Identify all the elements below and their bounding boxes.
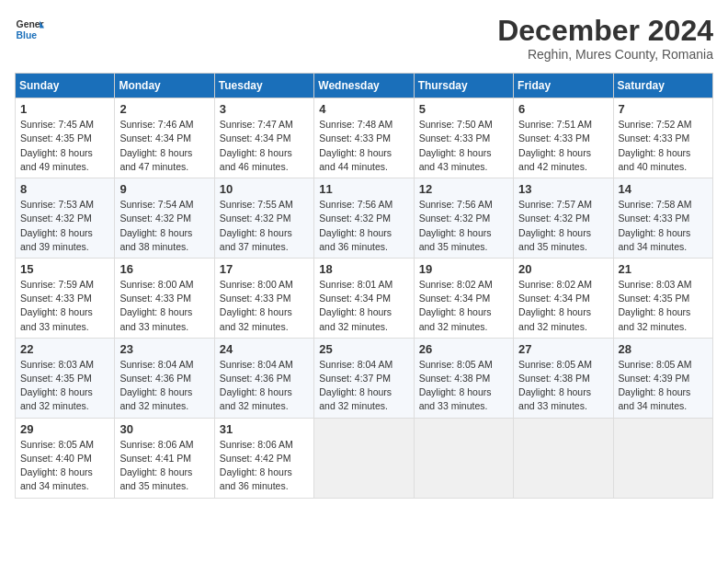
sunrise-label: Sunrise: 8:06 AM [119, 439, 193, 450]
day-info: Sunrise: 7:55 AM Sunset: 4:32 PM Dayligh… [220, 198, 309, 254]
calendar-week-row: 22 Sunrise: 8:03 AM Sunset: 4:35 PM Dayl… [16, 338, 713, 418]
daylight-label: Daylight: 8 hours and 32 minutes. [220, 306, 292, 331]
day-number: 13 [518, 182, 608, 196]
sunrise-label: Sunrise: 7:52 AM [619, 119, 692, 130]
daylight-label: Daylight: 8 hours and 35 minutes. [419, 227, 492, 252]
day-info: Sunrise: 7:46 AM Sunset: 4:34 PM Dayligh… [119, 118, 209, 174]
day-number: 3 [220, 102, 309, 116]
col-friday: Friday [514, 74, 613, 98]
sunset-label: Sunset: 4:37 PM [319, 373, 391, 384]
day-info: Sunrise: 7:47 AM Sunset: 4:34 PM Dayligh… [220, 118, 309, 174]
sunset-label: Sunset: 4:33 PM [518, 132, 590, 144]
sunset-label: Sunset: 4:33 PM [319, 132, 391, 144]
day-number: 19 [419, 262, 508, 276]
sunset-label: Sunset: 4:32 PM [518, 213, 590, 224]
daylight-label: Daylight: 8 hours and 37 minutes. [220, 227, 292, 252]
sunrise-label: Sunrise: 8:03 AM [20, 359, 94, 370]
calendar-cell-day-25: 25 Sunrise: 8:04 AM Sunset: 4:37 PM Dayl… [314, 338, 414, 418]
calendar-cell-day-5: 5 Sunrise: 7:50 AM Sunset: 4:33 PM Dayli… [414, 98, 513, 178]
logo: General Blue [15, 15, 44, 44]
day-info: Sunrise: 7:53 AM Sunset: 4:32 PM Dayligh… [20, 198, 109, 254]
day-info: Sunrise: 8:04 AM Sunset: 4:36 PM Dayligh… [220, 358, 309, 414]
day-number: 29 [20, 422, 109, 436]
daylight-label: Daylight: 8 hours and 32 minutes. [220, 386, 292, 411]
day-number: 20 [518, 262, 608, 276]
day-info: Sunrise: 7:52 AM Sunset: 4:33 PM Dayligh… [619, 118, 708, 174]
sunset-label: Sunset: 4:32 PM [220, 213, 291, 224]
calendar-cell-day-2: 2 Sunrise: 7:46 AM Sunset: 4:34 PM Dayli… [115, 98, 214, 178]
sunrise-label: Sunrise: 7:46 AM [119, 119, 193, 130]
sunrise-label: Sunrise: 7:50 AM [419, 119, 493, 130]
sunset-label: Sunset: 4:34 PM [220, 132, 291, 144]
day-info: Sunrise: 7:56 AM Sunset: 4:32 PM Dayligh… [419, 198, 508, 254]
sunrise-label: Sunrise: 8:05 AM [419, 359, 493, 370]
day-number: 5 [419, 102, 508, 116]
day-number: 23 [119, 342, 209, 356]
day-number: 7 [619, 102, 708, 116]
daylight-label: Daylight: 8 hours and 33 minutes. [20, 306, 93, 331]
day-number: 27 [518, 342, 608, 356]
title-area: December 2024 Reghin, Mures County, Roma… [497, 15, 713, 62]
empty-cell [514, 418, 613, 498]
sunset-label: Sunset: 4:34 PM [119, 132, 191, 144]
sunset-label: Sunset: 4:38 PM [518, 373, 590, 384]
sunrise-label: Sunrise: 8:06 AM [220, 439, 293, 450]
daylight-label: Daylight: 8 hours and 47 minutes. [119, 147, 192, 172]
calendar-cell-day-21: 21 Sunrise: 8:03 AM Sunset: 4:35 PM Dayl… [613, 258, 712, 338]
daylight-label: Daylight: 8 hours and 33 minutes. [518, 386, 591, 411]
sunrise-label: Sunrise: 8:02 AM [419, 279, 493, 290]
day-number: 17 [220, 262, 309, 276]
calendar-cell-day-29: 29 Sunrise: 8:05 AM Sunset: 4:40 PM Dayl… [16, 418, 115, 498]
daylight-label: Daylight: 8 hours and 32 minutes. [518, 306, 591, 331]
calendar-cell-day-23: 23 Sunrise: 8:04 AM Sunset: 4:36 PM Dayl… [115, 338, 214, 418]
sunset-label: Sunset: 4:35 PM [20, 373, 92, 384]
sunset-label: Sunset: 4:36 PM [119, 373, 191, 384]
day-info: Sunrise: 8:05 AM Sunset: 4:40 PM Dayligh… [20, 438, 109, 494]
day-number: 6 [518, 102, 608, 116]
day-info: Sunrise: 7:58 AM Sunset: 4:33 PM Dayligh… [619, 198, 708, 254]
calendar-cell-day-20: 20 Sunrise: 8:02 AM Sunset: 4:34 PM Dayl… [514, 258, 613, 338]
col-tuesday: Tuesday [214, 74, 313, 98]
day-info: Sunrise: 8:01 AM Sunset: 4:34 PM Dayligh… [319, 278, 408, 334]
daylight-label: Daylight: 8 hours and 39 minutes. [20, 227, 93, 252]
day-number: 9 [119, 182, 209, 196]
sunset-label: Sunset: 4:34 PM [419, 293, 491, 304]
sunset-label: Sunset: 4:32 PM [119, 213, 191, 224]
day-number: 11 [319, 182, 408, 196]
empty-cell [414, 418, 513, 498]
day-number: 22 [20, 342, 109, 356]
day-info: Sunrise: 7:59 AM Sunset: 4:33 PM Dayligh… [20, 278, 109, 334]
daylight-label: Daylight: 8 hours and 32 minutes. [619, 306, 691, 331]
col-sunday: Sunday [16, 74, 115, 98]
sunrise-label: Sunrise: 7:45 AM [20, 119, 94, 130]
calendar-cell-day-12: 12 Sunrise: 7:56 AM Sunset: 4:32 PM Dayl… [414, 178, 513, 259]
sunrise-label: Sunrise: 8:05 AM [619, 359, 692, 370]
sunrise-label: Sunrise: 8:05 AM [518, 359, 592, 370]
empty-cell [613, 418, 712, 498]
sunset-label: Sunset: 4:38 PM [419, 373, 491, 384]
day-number: 31 [220, 422, 309, 436]
sunrise-label: Sunrise: 7:58 AM [619, 199, 692, 210]
day-number: 4 [319, 102, 408, 116]
sunset-label: Sunset: 4:32 PM [20, 213, 92, 224]
calendar-header-row: Sunday Monday Tuesday Wednesday Thursday… [16, 74, 713, 98]
svg-text:Blue: Blue [17, 30, 38, 40]
sunrise-label: Sunrise: 7:48 AM [319, 119, 392, 130]
sunrise-label: Sunrise: 7:57 AM [518, 199, 592, 210]
sunset-label: Sunset: 4:32 PM [319, 213, 391, 224]
sunrise-label: Sunrise: 7:59 AM [20, 279, 94, 290]
daylight-label: Daylight: 8 hours and 34 minutes. [20, 466, 93, 491]
day-info: Sunrise: 8:03 AM Sunset: 4:35 PM Dayligh… [619, 278, 708, 334]
day-info: Sunrise: 8:04 AM Sunset: 4:37 PM Dayligh… [319, 358, 408, 414]
day-info: Sunrise: 7:50 AM Sunset: 4:33 PM Dayligh… [419, 118, 508, 174]
daylight-label: Daylight: 8 hours and 40 minutes. [619, 147, 691, 172]
sunrise-label: Sunrise: 8:00 AM [220, 279, 293, 290]
day-number: 24 [220, 342, 309, 356]
col-saturday: Saturday [613, 74, 712, 98]
day-number: 14 [619, 182, 708, 196]
day-number: 10 [220, 182, 309, 196]
daylight-label: Daylight: 8 hours and 32 minutes. [20, 386, 93, 411]
day-info: Sunrise: 8:00 AM Sunset: 4:33 PM Dayligh… [220, 278, 309, 334]
col-wednesday: Wednesday [314, 74, 414, 98]
calendar-cell-day-19: 19 Sunrise: 8:02 AM Sunset: 4:34 PM Dayl… [414, 258, 513, 338]
